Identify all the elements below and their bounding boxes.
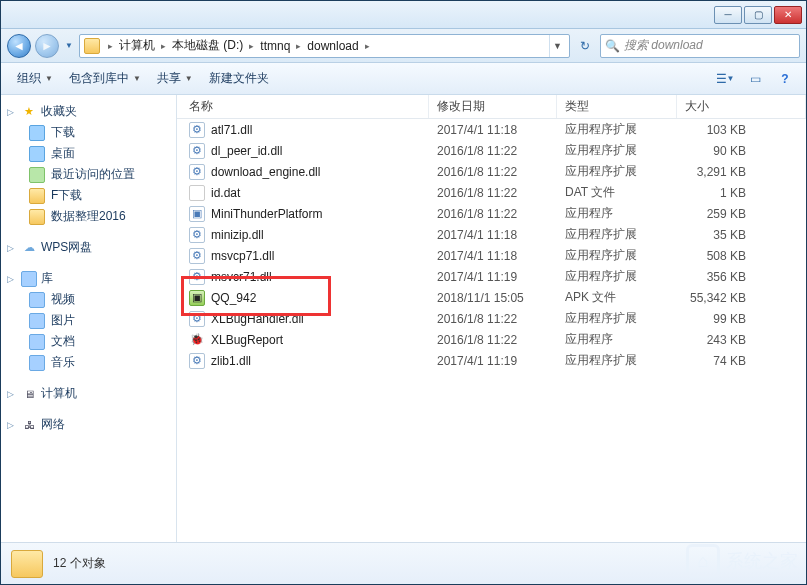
nav-item-music[interactable]: 音乐 <box>1 352 176 373</box>
file-icon <box>189 185 205 201</box>
refresh-button[interactable]: ↻ <box>574 35 596 57</box>
file-row[interactable]: ▣MiniThunderPlatform2016/1/8 11:22应用程序25… <box>177 203 806 224</box>
file-type: 应用程序扩展 <box>557 121 677 138</box>
file-row[interactable]: ▣QQ_9422018/11/1 15:05APK 文件55,342 KB <box>177 287 806 308</box>
file-type: 应用程序 <box>557 205 677 222</box>
favorites-header[interactable]: ▷★收藏夹 <box>1 101 176 122</box>
star-icon: ★ <box>21 104 37 120</box>
file-size: 508 KB <box>677 249 806 263</box>
file-date: 2016/1/8 11:22 <box>429 312 557 326</box>
file-row[interactable]: 🐞XLBugReport2016/1/8 11:22应用程序243 KB <box>177 329 806 350</box>
network-header[interactable]: ▷🖧网络 <box>1 414 176 435</box>
new-folder-button[interactable]: 新建文件夹 <box>201 66 277 91</box>
breadcrumb-item[interactable]: ttmnq <box>258 39 292 53</box>
minimize-button[interactable]: ─ <box>714 6 742 24</box>
file-row[interactable]: ⚙atl71.dll2017/4/1 11:18应用程序扩展103 KB <box>177 119 806 140</box>
file-name: XLBugHandler.dll <box>211 312 304 326</box>
file-date: 2016/1/8 11:22 <box>429 333 557 347</box>
file-icon: ⚙ <box>189 353 205 369</box>
nav-item-data2016[interactable]: 数据整理2016 <box>1 206 176 227</box>
body: ▷★收藏夹 下载 桌面 最近访问的位置 F下载 数据整理2016 ▷☁WPS网盘… <box>1 95 806 542</box>
file-name: atl71.dll <box>211 123 252 137</box>
file-icon: ⚙ <box>189 164 205 180</box>
file-date: 2016/1/8 11:22 <box>429 207 557 221</box>
file-type: 应用程序扩展 <box>557 247 677 264</box>
include-in-library-menu[interactable]: 包含到库中▼ <box>61 66 149 91</box>
help-button[interactable]: ? <box>772 68 798 90</box>
address-dropdown[interactable]: ▼ <box>549 35 565 57</box>
file-row[interactable]: ⚙download_engine.dll2016/1/8 11:22应用程序扩展… <box>177 161 806 182</box>
file-row[interactable]: ⚙XLBugHandler.dll2016/1/8 11:22应用程序扩展99 … <box>177 308 806 329</box>
file-row[interactable]: id.dat2016/1/8 11:22DAT 文件1 KB <box>177 182 806 203</box>
file-date: 2017/4/1 11:18 <box>429 123 557 137</box>
picture-icon <box>29 313 45 329</box>
search-placeholder: 搜索 download <box>624 37 703 54</box>
document-icon <box>29 334 45 350</box>
file-size: 1 KB <box>677 186 806 200</box>
file-icon: ⚙ <box>189 311 205 327</box>
file-name: MiniThunderPlatform <box>211 207 322 221</box>
forward-button[interactable]: ► <box>35 34 59 58</box>
column-name[interactable]: 名称 <box>177 95 429 118</box>
file-name: id.dat <box>211 186 240 200</box>
network-icon: 🖧 <box>21 417 37 433</box>
nav-item-videos[interactable]: 视频 <box>1 289 176 310</box>
file-type: 应用程序扩展 <box>557 163 677 180</box>
file-date: 2017/4/1 11:18 <box>429 228 557 242</box>
maximize-button[interactable]: ▢ <box>744 6 772 24</box>
status-bar: 12 个对象 <box>1 542 806 584</box>
organize-menu[interactable]: 组织▼ <box>9 66 61 91</box>
file-row[interactable]: ⚙dl_peer_id.dll2016/1/8 11:22应用程序扩展90 KB <box>177 140 806 161</box>
file-row[interactable]: ⚙msvcr71.dll2017/4/1 11:19应用程序扩展356 KB <box>177 266 806 287</box>
file-icon: ⚙ <box>189 227 205 243</box>
breadcrumb-item[interactable]: 本地磁盘 (D:) <box>170 37 245 54</box>
file-icon: ▣ <box>189 206 205 222</box>
file-row[interactable]: ⚙msvcp71.dll2017/4/1 11:18应用程序扩展508 KB <box>177 245 806 266</box>
nav-item-documents[interactable]: 文档 <box>1 331 176 352</box>
download-icon <box>29 125 45 141</box>
column-type[interactable]: 类型 <box>557 95 677 118</box>
search-box[interactable]: 🔍 搜索 download <box>600 34 800 58</box>
nav-item-fdownload[interactable]: F下载 <box>1 185 176 206</box>
back-button[interactable]: ◄ <box>7 34 31 58</box>
close-button[interactable]: ✕ <box>774 6 802 24</box>
column-date[interactable]: 修改日期 <box>429 95 557 118</box>
nav-history-dropdown[interactable]: ▼ <box>63 34 75 58</box>
folder-icon <box>11 550 43 578</box>
file-size: 3,291 KB <box>677 165 806 179</box>
file-date: 2016/1/8 11:22 <box>429 165 557 179</box>
file-type: 应用程序扩展 <box>557 142 677 159</box>
file-list-pane: 名称 修改日期 类型 大小 ⚙atl71.dll2017/4/1 11:18应用… <box>177 95 806 542</box>
nav-item-pictures[interactable]: 图片 <box>1 310 176 331</box>
file-date: 2017/4/1 11:19 <box>429 354 557 368</box>
column-headers: 名称 修改日期 类型 大小 <box>177 95 806 119</box>
file-size: 243 KB <box>677 333 806 347</box>
nav-item-desktop[interactable]: 桌面 <box>1 143 176 164</box>
file-date: 2016/1/8 11:22 <box>429 144 557 158</box>
nav-item-downloads[interactable]: 下载 <box>1 122 176 143</box>
computer-header[interactable]: ▷🖥计算机 <box>1 383 176 404</box>
preview-pane-button[interactable]: ▭ <box>742 68 768 90</box>
address-bar[interactable]: ▸ 计算机▸ 本地磁盘 (D:)▸ ttmnq▸ download▸ ▼ <box>79 34 570 58</box>
file-icon: ⚙ <box>189 122 205 138</box>
file-row[interactable]: ⚙zlib1.dll2017/4/1 11:19应用程序扩展74 KB <box>177 350 806 371</box>
folder-icon <box>29 209 45 225</box>
breadcrumb-item[interactable]: 计算机 <box>117 37 157 54</box>
nav-item-recent[interactable]: 最近访问的位置 <box>1 164 176 185</box>
file-name: XLBugReport <box>211 333 283 347</box>
folder-icon <box>84 38 100 54</box>
file-date: 2017/4/1 11:18 <box>429 249 557 263</box>
file-row[interactable]: ⚙minizip.dll2017/4/1 11:18应用程序扩展35 KB <box>177 224 806 245</box>
cloud-icon: ☁ <box>21 240 37 256</box>
file-icon: ⚙ <box>189 269 205 285</box>
column-size[interactable]: 大小 <box>677 95 806 118</box>
file-name: dl_peer_id.dll <box>211 144 282 158</box>
file-icon: 🐞 <box>189 332 205 348</box>
libraries-header[interactable]: ▷库 <box>1 268 176 289</box>
breadcrumb-item[interactable]: download <box>305 39 360 53</box>
share-menu[interactable]: 共享▼ <box>149 66 201 91</box>
view-options-button[interactable]: ☰ ▼ <box>712 68 738 90</box>
file-size: 259 KB <box>677 207 806 221</box>
wps-header[interactable]: ▷☁WPS网盘 <box>1 237 176 258</box>
navigation-pane: ▷★收藏夹 下载 桌面 最近访问的位置 F下载 数据整理2016 ▷☁WPS网盘… <box>1 95 177 542</box>
